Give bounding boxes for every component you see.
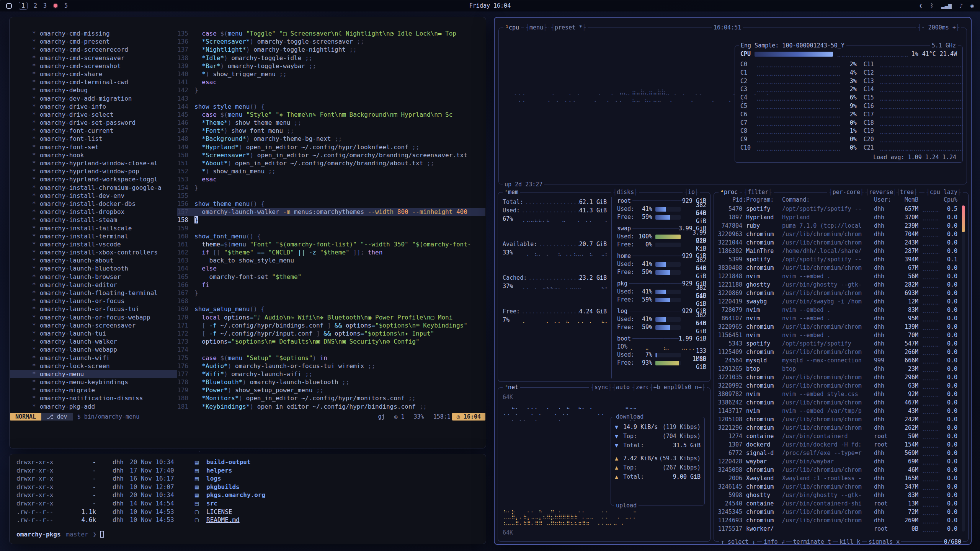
code-line[interactable]: 153 esac: [177, 175, 485, 183]
process-row[interactable]: 1186302MainThre/home/dhh/.local/share/dh…: [718, 247, 957, 255]
code-line[interactable]: 139 *Bar*) omarchy-toggle-waybar ;;: [177, 62, 485, 70]
process-row[interactable]: 864107nvimnvim --embed .dhh95M⣀⣀⣀⣀⣀0.0: [718, 314, 957, 323]
process-row[interactable]: 1156451nvimnvim --embed .dhh70M⣀⣀⣀⣀⣀0.0: [718, 331, 957, 339]
sort-selector[interactable]: cpu lazy: [924, 189, 963, 196]
file-list-item[interactable]: *omarchy-launch-bluetooth: [10, 264, 177, 272]
preset-button[interactable]: preset *: [549, 24, 588, 31]
file-list-item[interactable]: *omarchy-dev-add-migration: [10, 95, 177, 103]
file-list-item[interactable]: *omarchy-launch-or-focus-tui: [10, 305, 177, 313]
code-line[interactable]: 146 *Theme*) show_theme_menu ;;: [177, 119, 485, 127]
net-sync-button[interactable]: sync: [589, 384, 614, 391]
file-list-item[interactable]: *omarchy-hyprland-workspace-toggl: [10, 175, 177, 183]
code-line[interactable]: 163 back_to show_style_menu: [177, 256, 485, 264]
code-line[interactable]: 175 case $(menu "Setup" "$options") in: [177, 354, 485, 362]
code-line[interactable]: 178 *Bluetooth*) omarchy-launch-bluetoot…: [177, 378, 485, 386]
file-list-item[interactable]: *omarchy-launch-walker: [10, 337, 177, 346]
process-row[interactable]: 3221044chromium/usr/lib/chromium/chromdh…: [718, 238, 957, 247]
io-toggle[interactable]: io: [683, 189, 700, 196]
code-line[interactable]: 177 *Wifi*) omarchy-launch-wifi ;;: [177, 370, 485, 378]
code-line[interactable]: 135 case $(menu "Toggle" "▢ Screensaver\…: [177, 29, 485, 37]
terminate-button[interactable]: terminate t: [792, 538, 833, 545]
process-row[interactable]: 5998ghostty/usr/bin/ghostty --gtk-dhh83M…: [718, 491, 957, 499]
tree-toggle[interactable]: tree: [895, 189, 919, 196]
code-line[interactable]: 138 *Idle*) omarchy-toggle-idle ;;: [177, 54, 485, 62]
file-list-item[interactable]: *omarchy-launch-or-focus-webapp: [10, 313, 177, 321]
file-list-item[interactable]: *omarchy-drive-info: [10, 103, 177, 111]
file-list-item[interactable]: *omarchy-install-terminal: [10, 232, 177, 240]
code-line[interactable]: 168: [177, 297, 485, 305]
process-row[interactable]: 3221035chromium/usr/lib/chromium/chromdh…: [718, 373, 957, 381]
network-icon[interactable]: ▂▄▆: [941, 2, 952, 9]
process-row[interactable]: 5343spotify/opt/spotify/spotifydhh547M⣀⣀…: [718, 339, 957, 348]
file-list-item[interactable]: *omarchy-font-list: [10, 135, 177, 143]
file-list-item[interactable]: *omarchy-launch-wifi: [10, 354, 177, 362]
process-row[interactable]: 3220869chromium/usr/lib/chromium/chromdh…: [718, 289, 957, 297]
file-list-item[interactable]: *omarchy-launch-editor: [10, 281, 177, 289]
power-icon[interactable]: ◉: [970, 2, 974, 9]
code-line[interactable]: 167}: [177, 289, 485, 297]
header-program[interactable]: Program:: [746, 196, 782, 204]
code-line[interactable]: 148 *Background*) omarchy-theme-bg-next …: [177, 135, 485, 143]
code-line[interactable]: 161 theme=$(menu "Font" "$(omarchy-font-…: [177, 240, 485, 248]
disks-toggle[interactable]: disks: [611, 189, 639, 196]
process-row[interactable]: 24540containe/usr/bin/containerd-shiroot…: [718, 499, 957, 508]
process-row[interactable]: 728079nvimnvim --embed .dhh83M⣀⣀⣀⣀⣀0.0: [718, 306, 957, 314]
code-line[interactable]: 171 [ -f ~/.config/hypr/bindings.conf ] …: [177, 321, 485, 329]
code-line[interactable]: 150 *Screensaver*) open_in_editor ~/.con…: [177, 151, 485, 159]
process-scrollbar-track[interactable]: [962, 205, 965, 531]
process-row[interactable]: 3830408chromium/usr/lib/chromium/chromdh…: [718, 264, 957, 272]
code-line[interactable]: 144show_style_menu() {: [177, 103, 485, 111]
process-row[interactable]: 3245098chromium/usr/lib/chromium/chromdh…: [718, 466, 957, 474]
file-list-item[interactable]: *omarchy-install-xbox-controllers: [10, 248, 177, 256]
process-row[interactable]: 1274containe/usr/bin/containerdroot59M⣀⣀…: [718, 432, 957, 440]
bluetooth-icon[interactable]: ᛒ: [930, 2, 934, 9]
file-list-item[interactable]: *omarchy-hyprland-window-close-al: [10, 159, 177, 167]
process-row[interactable]: 3809782nvimnvim --embed style.cssdhh92M⣀…: [718, 390, 957, 398]
process-row[interactable]: 3220965chromium/usr/lib/chromium/chromdh…: [718, 323, 957, 331]
process-row[interactable]: 3220992chromium/usr/lib/chromium/chromdh…: [718, 381, 957, 390]
process-row[interactable]: 3221296chromium/usr/lib/chromium/chromdh…: [718, 424, 957, 432]
code-line[interactable]: 157 omarchy-launch-walker -m menus:omarc…: [177, 208, 485, 216]
filter-button[interactable]: filter: [742, 189, 774, 196]
file-list-item[interactable]: *omarchy-cmd-missing: [10, 29, 177, 37]
process-row[interactable]: 5399spotify/opt/spotify/spotify --dhh394…: [718, 255, 957, 264]
volume-icon[interactable]: ♪: [959, 2, 963, 9]
code-line[interactable]: 158}: [177, 216, 485, 224]
file-list-item[interactable]: *omarchy-cmd-present: [10, 37, 177, 46]
file-list-item[interactable]: *omarchy-launch-screensaver: [10, 321, 177, 329]
process-row[interactable]: 3386242chromium/usr/lib/chromium/chromdh…: [718, 398, 957, 407]
code-line[interactable]: 180 *Monitors*) open_in_editor ~/.config…: [177, 394, 485, 402]
code-line[interactable]: 155: [177, 192, 485, 200]
net-interface-selector[interactable]: ←b enp191s0 n→: [648, 384, 707, 391]
chevron-left-icon[interactable]: ❮: [919, 2, 923, 9]
code-line[interactable]: 164 else: [177, 264, 485, 272]
code-line[interactable]: 142}: [177, 86, 485, 94]
process-row[interactable]: 5470spotify/opt/spotify/spotify --dhh657…: [718, 205, 957, 213]
reverse-toggle[interactable]: reverse: [864, 189, 898, 196]
file-list-item[interactable]: *omarchy-launch-webapp: [10, 346, 177, 354]
file-list-item[interactable]: *omarchy-menu-keybindings: [10, 378, 177, 386]
file-list-item[interactable]: *omarchy-cmd-screenshot: [10, 62, 177, 70]
code-line[interactable]: 147 *Font*) show_font_menu ;;: [177, 127, 485, 135]
file-list-item[interactable]: *omarchy-debug: [10, 86, 177, 94]
code-line[interactable]: 151 *About*) open_in_editor ~/.config/om…: [177, 159, 485, 167]
process-row[interactable]: 1220419swaybg/usr/bin/swaybg -i /homdhh1…: [718, 297, 957, 306]
code-line[interactable]: 172 [ -f ~/.config/hypr/input.conf ] && …: [177, 329, 485, 337]
code-line[interactable]: 181 *Keybindings*) open_in_editor ~/.con…: [177, 403, 485, 411]
file-list-item[interactable]: *omarchy-install-docker-dbs: [10, 200, 177, 208]
code-line[interactable]: 176 *Audio*) omarchy-launch-or-focus-tui…: [177, 362, 485, 370]
file-list-item[interactable]: *omarchy-install-steam: [10, 216, 177, 224]
code-line[interactable]: 165 omarchy-font-set "$theme": [177, 273, 485, 281]
process-scrollbar-thumb[interactable]: [962, 205, 965, 232]
file-list-item[interactable]: *omarchy-install-dropbox: [10, 208, 177, 216]
process-row[interactable]: 6772signal-d/proc/self/exe --type=rdhh56…: [718, 449, 957, 457]
file-list-item[interactable]: *omarchy-launch-about: [10, 256, 177, 264]
code-line[interactable]: 143: [177, 95, 485, 103]
file-list-item[interactable]: *omarchy-font-set: [10, 143, 177, 151]
file-list-item[interactable]: *omarchy-install-tailscale: [10, 224, 177, 232]
file-list-item[interactable]: *omarchy-font-current: [10, 127, 177, 135]
file-list-item[interactable]: *omarchy-notification-dismiss: [10, 394, 177, 402]
code-line[interactable]: 170 local options="♪ Audio\n≈ Wifi\n❖ Bl…: [177, 313, 485, 321]
code-line[interactable]: 162 if [[ "$theme" == "CNCLD" || -z "$th…: [177, 248, 485, 256]
process-row[interactable]: 1124693chromium/usr/lib/chromium/chromdh…: [718, 516, 957, 525]
